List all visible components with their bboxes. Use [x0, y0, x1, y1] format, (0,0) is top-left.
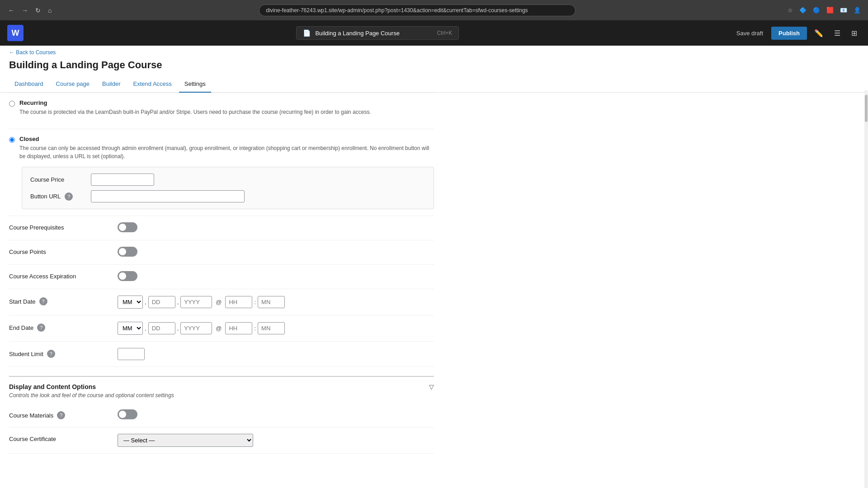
extension-icon-4[interactable]: 📧	[838, 5, 849, 15]
start-date-colon: :	[254, 299, 256, 305]
course-points-toggle[interactable]	[118, 247, 137, 257]
end-date-sep2: ,	[177, 325, 179, 332]
course-materials-label-text: Course Materials	[9, 412, 53, 419]
publish-button[interactable]: Publish	[771, 27, 807, 40]
start-date-year-input[interactable]	[180, 296, 212, 308]
student-limit-input[interactable]	[118, 348, 145, 360]
closed-label: Closed	[19, 136, 434, 142]
start-date-hour-input[interactable]	[225, 296, 252, 308]
end-date-at: @	[216, 325, 222, 332]
course-materials-toggle[interactable]	[118, 409, 137, 419]
display-section-divider: Display and Content Options ▽ Controls t…	[9, 376, 434, 454]
tab-dashboard[interactable]: Dashboard	[9, 76, 49, 93]
tab-builder[interactable]: Builder	[97, 76, 126, 93]
end-date-help-icon[interactable]: ?	[37, 324, 45, 332]
extension-icon-2[interactable]: 🔵	[811, 5, 822, 15]
editor-center: 📄 Building a Landing Page Course Ctrl+K	[29, 26, 726, 40]
profile-icon[interactable]: 👤	[852, 5, 863, 15]
closed-option-content: Closed The course can only be accessed t…	[19, 136, 434, 160]
start-date-sep1: ,	[145, 299, 146, 305]
scrollbar[interactable]	[864, 90, 868, 488]
back-button[interactable]: ←	[5, 5, 17, 16]
student-limit-help-icon[interactable]: ?	[47, 350, 55, 358]
start-date-at: @	[216, 299, 222, 305]
end-date-control: MM , , @ :	[118, 322, 434, 335]
end-date-label: End Date ?	[9, 322, 108, 332]
extension-icon-3[interactable]: 🟥	[825, 5, 835, 15]
button-url-input[interactable]	[91, 190, 245, 202]
course-materials-track	[118, 409, 137, 419]
end-date-day-input[interactable]	[148, 322, 175, 334]
start-date-label-text: Start Date	[9, 298, 36, 305]
course-materials-label-row: Course Materials ?	[9, 411, 108, 419]
start-date-minute-input[interactable]	[258, 296, 285, 308]
start-date-control: MM , , @ :	[118, 296, 434, 309]
student-limit-label-row: Student Limit ?	[9, 350, 108, 358]
display-section-header: Display and Content Options ▽	[9, 377, 434, 392]
display-section-description: Controls the look and feel of the course…	[9, 392, 434, 399]
address-bar[interactable]: divine-feather-76243.wp1.site/wp-admin/p…	[259, 5, 576, 16]
scroll-thumb	[865, 95, 868, 122]
bookmark-icon[interactable]: ☆	[786, 5, 795, 15]
button-url-help-icon[interactable]: ?	[65, 192, 73, 201]
grid-view-icon-button[interactable]: ⊞	[848, 26, 861, 40]
content-area: Recurring The course is protected via th…	[0, 93, 443, 454]
save-draft-button[interactable]: Save draft	[732, 27, 768, 39]
end-date-colon: :	[254, 325, 256, 332]
wp-admin: W 📄 Building a Landing Page Course Ctrl+…	[0, 20, 868, 488]
button-url-label-text: Button URL	[30, 193, 61, 200]
course-certificate-control: — Select —	[118, 434, 434, 447]
course-price-row: Course Price	[30, 174, 425, 186]
course-certificate-select[interactable]: — Select —	[118, 434, 253, 447]
forward-button[interactable]: →	[19, 5, 31, 16]
student-limit-row: Student Limit ?	[9, 342, 434, 367]
refresh-button[interactable]: ↻	[33, 5, 43, 16]
end-date-minute-input[interactable]	[258, 322, 285, 334]
end-date-hour-input[interactable]	[225, 322, 252, 334]
course-materials-help-icon[interactable]: ?	[57, 411, 65, 419]
button-url-row: Button URL ?	[30, 190, 425, 202]
start-date-label-row: Start Date ?	[9, 297, 108, 305]
edit-icon-button[interactable]: ✏️	[811, 26, 827, 40]
course-prerequisites-toggle[interactable]	[118, 222, 137, 232]
course-access-expiration-toggle[interactable]	[118, 271, 137, 281]
extension-icon-1[interactable]: 🔷	[797, 5, 808, 15]
closed-radio-option: Closed The course can only be accessed t…	[9, 136, 434, 160]
button-url-label: Button URL ?	[30, 192, 85, 201]
course-price-input[interactable]	[91, 174, 154, 186]
display-section-collapse-arrow[interactable]: ▽	[429, 383, 434, 390]
post-icon: 📄	[303, 29, 311, 37]
end-date-sep1: ,	[145, 325, 146, 332]
end-date-month-select[interactable]: MM	[118, 322, 143, 335]
editor-shortcut: Ctrl+K	[437, 30, 453, 36]
closed-option-row: Closed The course can only be accessed t…	[9, 129, 434, 216]
home-button[interactable]: ⌂	[45, 5, 54, 16]
course-materials-thumb	[119, 411, 126, 418]
course-prerequisites-control	[118, 222, 434, 234]
course-points-thumb	[119, 248, 126, 255]
list-view-icon-button[interactable]: ☰	[830, 26, 844, 40]
back-link-container: ← Back to Courses	[0, 46, 868, 57]
end-date-year-input[interactable]	[180, 322, 212, 334]
start-date-help-icon[interactable]: ?	[39, 297, 47, 305]
recurring-radio[interactable]	[9, 101, 15, 107]
closed-sub-form: Course Price Button URL ?	[22, 167, 434, 209]
tab-settings[interactable]: Settings	[179, 76, 211, 93]
course-prerequisites-track	[118, 222, 137, 232]
back-to-courses-link[interactable]: ← Back to Courses	[9, 49, 56, 56]
display-section-heading-text: Display and Content Options	[9, 383, 96, 390]
student-limit-label: Student Limit ?	[9, 348, 108, 358]
course-access-expiration-track	[118, 271, 137, 281]
start-date-day-input[interactable]	[148, 296, 175, 308]
recurring-option-control: Recurring The course is protected via th…	[9, 99, 434, 122]
course-access-expiration-label: Course Access Expiration	[9, 271, 108, 280]
start-date-month-select[interactable]: MM	[118, 296, 143, 309]
closed-radio[interactable]	[9, 137, 15, 143]
recurring-radio-option: Recurring The course is protected via th…	[9, 99, 434, 116]
tab-course-page[interactable]: Course page	[51, 76, 95, 93]
recurring-option-row: Recurring The course is protected via th…	[9, 93, 434, 129]
course-points-row: Course Points	[9, 240, 434, 265]
tab-extend-access[interactable]: Extend Access	[128, 76, 177, 93]
end-date-group: MM , , @ :	[118, 322, 434, 335]
course-points-label: Course Points	[9, 247, 108, 255]
